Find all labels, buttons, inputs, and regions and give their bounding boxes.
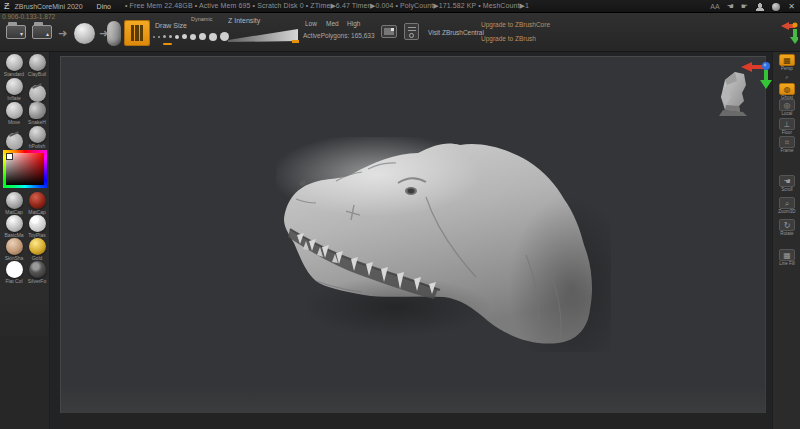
color-picker-gradient[interactable] — [6, 153, 44, 185]
material-thumb — [29, 238, 46, 255]
document-footer-area — [60, 414, 766, 429]
axis-gizmo[interactable] — [739, 59, 773, 91]
brush-thumb — [29, 126, 46, 143]
brush-thumb — [29, 85, 46, 102]
app-title: ZBrushCoreMini 2020 — [15, 3, 83, 10]
zoom3d-button[interactable]: ⌕ Zoom3D — [773, 197, 800, 215]
linefill-grid-icon: ▦ — [779, 249, 795, 261]
material-skinshade[interactable]: SkinSha — [3, 238, 25, 261]
brush-thumb — [6, 102, 23, 119]
material-flatcolor[interactable]: Flat Col — [3, 261, 25, 284]
active-polygons-readout: ActivePolygons: 165,633 — [303, 32, 375, 39]
material-basic[interactable]: BasicMa — [3, 215, 25, 238]
material-thumb — [29, 261, 46, 278]
brush-thumb — [6, 133, 23, 150]
brush-standard[interactable]: Standard — [3, 54, 25, 77]
visit-zbrushcentral-link[interactable]: Visit ZBrushCentral — [428, 29, 484, 36]
brush-move[interactable]: Move — [3, 102, 25, 125]
material-thumb — [29, 192, 46, 209]
upgrade-zbrush-link[interactable]: Upgrade to ZBrush — [481, 35, 536, 42]
titlebar-controls: AA ☚ ☛ ✕ — [710, 0, 796, 13]
zoom-hand-icon[interactable]: ☛ — [741, 3, 748, 11]
upgrade-zbrushcore-link[interactable]: Upgrade to ZBrushCore — [481, 21, 550, 28]
rotate-icon: ↻ — [779, 219, 795, 231]
frame-icon: ⌗ — [779, 136, 795, 148]
z-intensity-marker[interactable] — [292, 40, 299, 43]
z-intensity-slider[interactable] — [228, 28, 300, 44]
scroll-button[interactable]: ☚ Scroll — [773, 175, 800, 193]
pan-hand-icon[interactable]: ☚ — [727, 3, 734, 11]
left-tray: Standard ClayBuil Inflate Pinch Move Sna… — [0, 52, 50, 429]
current-color-swatch — [6, 153, 13, 160]
intensity-low-button[interactable]: Low — [305, 20, 317, 27]
axis-compass-icon — [780, 19, 798, 47]
material-thumb — [6, 238, 23, 255]
save-file-button[interactable]: ▴ — [32, 25, 52, 39]
material-thumb — [29, 215, 46, 232]
material-matcap-gray[interactable]: MatCap — [3, 192, 25, 215]
material-thumb — [6, 215, 23, 232]
linefill-button[interactable]: ▦ Line Fill — [773, 249, 800, 267]
top-shelf: 0.906-0.133-1.872 ▾ ▴ ➜ ➜ Draw Size Dyna… — [0, 13, 800, 52]
brush-thumb — [6, 78, 23, 95]
ghost-icon: ◍ — [779, 83, 795, 95]
dynamic-label: Dynamic — [191, 16, 212, 22]
trex-sculpture[interactable] — [276, 137, 611, 352]
rotate-button[interactable]: ↻ Rotate — [773, 219, 800, 237]
book-document-button[interactable] — [404, 23, 419, 40]
close-icon[interactable]: ✕ — [787, 2, 796, 11]
image-export-button[interactable] — [381, 25, 397, 38]
material-thumb — [6, 192, 23, 209]
zbrush-logo-icon: Ƶ — [4, 1, 10, 11]
color-picker[interactable] — [3, 150, 47, 188]
user-account-icon[interactable] — [755, 2, 764, 11]
material-toyplastic[interactable]: ToyPlas — [26, 215, 48, 238]
intensity-high-button[interactable]: High — [347, 20, 360, 27]
titlebar: Ƶ ZBrushCoreMini 2020 Dino • Free Mem 22… — [0, 0, 800, 13]
brush-snakehook[interactable]: SnakeH — [26, 102, 48, 125]
sphere-window-icon[interactable] — [771, 2, 780, 11]
floor-grid-icon: ⊥ — [779, 118, 795, 130]
z-intensity-label: Z Intensity — [228, 17, 260, 24]
local-pivot-icon: ◎ — [779, 99, 795, 111]
sculpt-document[interactable] — [60, 56, 766, 413]
coordinates-readout: 0.906-0.133-1.872 — [2, 13, 55, 20]
material-thumb — [6, 261, 23, 278]
scroll-hand-icon: ☚ — [779, 175, 795, 187]
material-silver[interactable]: SilverFo — [26, 261, 48, 284]
antialias-toggle[interactable]: AA — [710, 3, 719, 10]
local-button[interactable]: ◎ Local — [773, 99, 800, 117]
viewport — [50, 52, 772, 429]
brush-hpolish[interactable]: hPolish — [26, 126, 48, 149]
magnifier-button[interactable]: ⌕ — [773, 73, 800, 82]
perspective-icon: ▦ — [779, 54, 795, 66]
brush-claybuildup[interactable]: ClayBuil — [26, 54, 48, 77]
material-matcap-red[interactable]: MatCap — [26, 192, 48, 215]
intensity-med-button[interactable]: Med — [326, 20, 339, 27]
draw-size-label: Draw Size — [155, 22, 187, 29]
brush-thumb — [6, 54, 23, 71]
brush-inflate[interactable]: Inflate — [3, 78, 25, 101]
right-shelf: ▦ Persp ⌕ ◍ Ghost ◎ Local ⊥ Floor ⌗ Fram… — [772, 52, 800, 429]
draw-size-marker[interactable] — [163, 43, 172, 45]
brush-thumb — [29, 102, 46, 119]
persp-button[interactable]: ▦ Persp — [773, 54, 800, 72]
brush-thumb — [29, 54, 46, 71]
open-file-button[interactable]: ▾ — [6, 25, 26, 39]
magnifier-icon: ⌕ — [782, 73, 792, 82]
floor-button[interactable]: ⊥ Floor — [773, 118, 800, 136]
session-stats: • Free Mem 22.48GB • Active Mem 695 • Sc… — [125, 2, 529, 10]
material-gold[interactable]: Gold — [26, 238, 48, 261]
arrow-icon: ➜ — [58, 28, 67, 39]
new-sphere-button[interactable] — [74, 23, 95, 44]
gizmo-button[interactable] — [124, 20, 150, 46]
document-name: Dino — [97, 3, 111, 10]
current-tool-thumbnail[interactable] — [107, 21, 121, 46]
frame-button[interactable]: ⌗ Frame — [773, 136, 800, 154]
zoom3d-icon: ⌕ — [779, 197, 795, 209]
